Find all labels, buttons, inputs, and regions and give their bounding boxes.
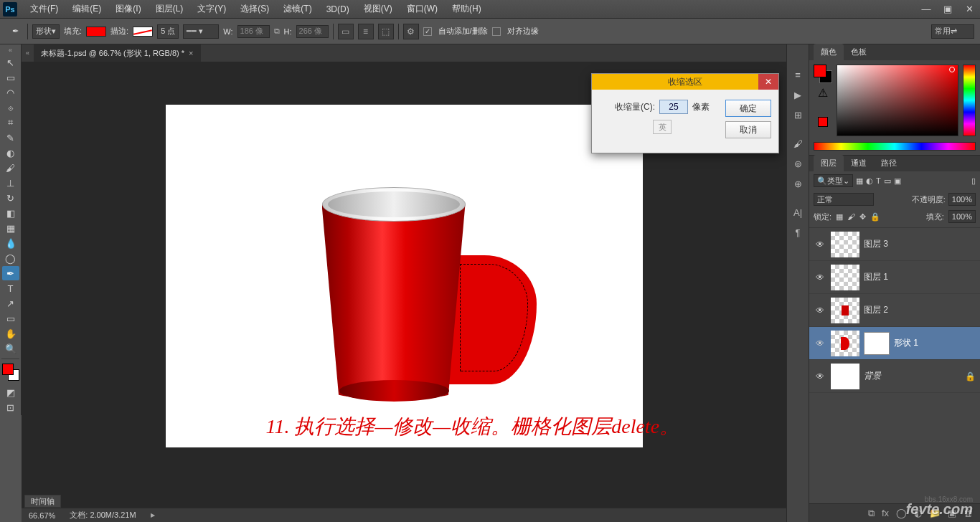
align-edges-checkbox[interactable] — [492, 27, 501, 36]
actions-panel-icon[interactable]: ▶ — [787, 86, 809, 103]
color-field[interactable] — [837, 65, 958, 136]
window-minimize-button[interactable]: — — [915, 1, 937, 17]
window-close-button[interactable]: ✕ — [958, 1, 980, 17]
layer-thumbnail[interactable] — [831, 331, 859, 356]
screenmode-button[interactable]: ⊡ — [2, 400, 19, 414]
zoom-tool[interactable]: 🔍 — [2, 341, 19, 356]
brush-tool[interactable]: 🖌 — [2, 161, 19, 175]
fill-pct-field[interactable]: 100% — [948, 210, 976, 223]
menu-image[interactable]: 图像(I) — [108, 0, 148, 18]
visibility-icon[interactable]: 👁 — [814, 338, 826, 348]
stroke-style-select[interactable]: ━━ ▾ — [183, 24, 219, 39]
layer-row[interactable]: 👁 背景 🔒 — [809, 360, 980, 393]
stroke-width-field[interactable]: 5 点 — [157, 24, 179, 39]
layer-name[interactable]: 背景 — [864, 370, 881, 382]
move-tool[interactable]: ↖ — [2, 55, 19, 70]
layer-name[interactable]: 图层 3 — [864, 238, 888, 250]
opacity-field[interactable]: 100% — [948, 193, 976, 206]
filter-toggle[interactable]: ▯ — [971, 176, 976, 186]
lock-all-icon[interactable]: 🔒 — [870, 212, 880, 222]
visibility-icon[interactable]: 👁 — [814, 239, 826, 250]
current-color-swatch[interactable] — [818, 117, 828, 127]
blur-tool[interactable]: 💧 — [2, 236, 19, 250]
type-tool[interactable]: T — [2, 281, 19, 295]
gear-icon[interactable]: ⚙ — [403, 24, 419, 39]
history-brush-tool[interactable]: ↻ — [2, 191, 19, 205]
auto-add-delete-checkbox[interactable] — [423, 27, 432, 36]
dialog-titlebar[interactable]: 收缩选区 ✕ — [592, 74, 778, 90]
path-arrange-button[interactable]: ⬚ — [378, 24, 394, 39]
quick-select-tool[interactable]: ⟐ — [2, 100, 19, 115]
swatches-tab[interactable]: 色板 — [844, 44, 874, 60]
clone-panel-icon[interactable]: ⊕ — [787, 175, 809, 192]
hand-tool[interactable]: ✋ — [2, 326, 19, 341]
menu-filter[interactable]: 滤镜(T) — [276, 0, 319, 18]
properties-panel-icon[interactable]: ⊞ — [787, 106, 809, 123]
toolbox-collapse-icon[interactable]: « — [0, 47, 21, 54]
layer-row[interactable]: 👁 形状 1 — [809, 327, 980, 360]
layer-thumbnail[interactable] — [831, 232, 859, 257]
menu-type[interactable]: 文字(Y) — [190, 0, 233, 18]
menu-window[interactable]: 窗口(W) — [400, 0, 445, 18]
tab-close-icon[interactable]: × — [189, 49, 193, 57]
layer-name[interactable]: 图层 2 — [864, 304, 888, 316]
path-align-button[interactable]: ≡ — [358, 24, 374, 39]
rectangle-tool[interactable]: ▭ — [2, 311, 19, 326]
color-tab[interactable]: 颜色 — [814, 44, 844, 60]
dialog-ok-button[interactable]: 确定 — [725, 100, 771, 117]
paragraph-panel-icon[interactable]: ¶ — [787, 224, 809, 241]
menu-help[interactable]: 帮助(H) — [445, 0, 489, 18]
window-maximize-button[interactable]: ▣ — [937, 1, 958, 17]
dialog-close-button[interactable]: ✕ — [758, 74, 778, 90]
layers-tab[interactable]: 图层 — [814, 155, 844, 171]
gradient-tool[interactable]: ▦ — [2, 221, 19, 235]
menu-file[interactable]: 文件(F) — [23, 0, 65, 18]
lasso-tool[interactable]: ◠ — [2, 85, 19, 100]
layer-fx-icon[interactable]: fx — [882, 508, 889, 518]
color-picker-swatches[interactable] — [814, 65, 832, 83]
visibility-icon[interactable]: 👁 — [814, 272, 826, 283]
layer-name[interactable]: 形状 1 — [894, 337, 918, 349]
stroke-color-swatch[interactable] — [133, 27, 153, 37]
visibility-icon[interactable]: 👁 — [814, 371, 826, 381]
filter-adjust-icon[interactable]: ◐ — [866, 176, 873, 186]
workspace-select[interactable]: 常用 ⇌ — [931, 24, 974, 39]
brush-panel-icon[interactable]: 🖌 — [787, 135, 809, 152]
menu-layer[interactable]: 图层(L) — [149, 0, 191, 18]
spectrum-bar[interactable] — [814, 142, 976, 151]
height-field[interactable]: 266 像 — [296, 25, 329, 38]
menu-view[interactable]: 视图(V) — [357, 0, 400, 18]
layer-row[interactable]: 👁 图层 2 — [809, 294, 980, 327]
lock-move-icon[interactable]: ✥ — [859, 212, 866, 222]
foreground-color-swatch[interactable] — [2, 364, 14, 375]
filter-pixel-icon[interactable]: ▦ — [856, 176, 863, 186]
fill-color-swatch[interactable] — [86, 27, 106, 37]
filter-type-icon[interactable]: T — [876, 176, 881, 185]
status-menu-icon[interactable]: ▶ — [151, 512, 155, 518]
eyedropper-tool[interactable]: ✎ — [2, 130, 19, 145]
paths-tab[interactable]: 路径 — [874, 155, 904, 171]
lock-transparent-icon[interactable]: ▦ — [836, 212, 843, 222]
layer-mask-thumbnail[interactable] — [864, 332, 890, 355]
dodge-tool[interactable]: ◯ — [2, 251, 19, 265]
menu-edit[interactable]: 编辑(E) — [65, 0, 108, 18]
zoom-level[interactable]: 66.67% — [29, 511, 55, 520]
quickmask-button[interactable]: ◩ — [2, 385, 19, 399]
layer-thumbnail[interactable] — [831, 298, 859, 323]
menu-select[interactable]: 选择(S) — [233, 0, 276, 18]
link-wh-icon[interactable]: ⧉ — [274, 27, 280, 36]
layer-row[interactable]: 👁 图层 3 — [809, 228, 980, 261]
eraser-tool[interactable]: ◧ — [2, 206, 19, 220]
channels-tab[interactable]: 通道 — [844, 155, 874, 171]
marquee-tool[interactable]: ▭ — [2, 70, 19, 85]
brush-presets-icon[interactable]: ⊚ — [787, 155, 809, 172]
width-field[interactable]: 186 像 — [237, 25, 270, 38]
stamp-tool[interactable]: ⊥ — [2, 176, 19, 190]
timeline-drawer[interactable]: 时间轴 — [24, 495, 61, 508]
filter-smart-icon[interactable]: ▣ — [894, 176, 901, 186]
pen-tool-icon[interactable]: ✒ — [7, 24, 23, 39]
tool-mode-select[interactable]: 形状 ▾ — [32, 24, 60, 39]
contract-amount-input[interactable] — [659, 100, 688, 114]
link-layers-icon[interactable]: ⧉ — [868, 508, 875, 519]
crop-tool[interactable]: ⌗ — [2, 115, 19, 130]
